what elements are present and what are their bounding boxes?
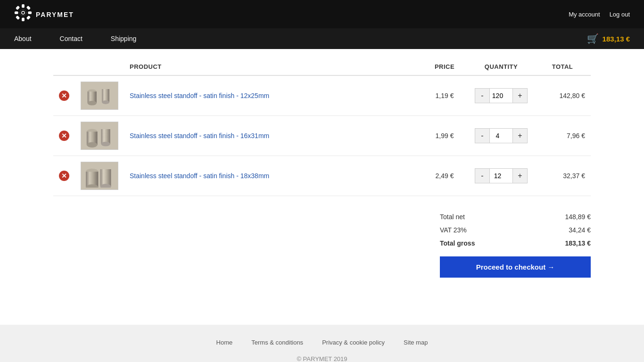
- remove-cell: ✕: [53, 156, 75, 196]
- total-cell-3: 32,37 €: [534, 156, 591, 196]
- product-link-2[interactable]: Stainless steel standoff - satin finish …: [130, 132, 269, 140]
- remove-icon: ✕: [59, 131, 69, 141]
- col-header-price: PRICE: [421, 58, 468, 75]
- quantity-control-3: - +: [475, 168, 528, 183]
- qty-minus-2[interactable]: -: [475, 129, 489, 143]
- quantity-cell-2: - +: [468, 116, 534, 156]
- nav-links: About Contact Shipping: [14, 29, 136, 48]
- svg-rect-5: [28, 11, 32, 14]
- qty-input-3[interactable]: [489, 169, 513, 183]
- remove-button-2[interactable]: ✕: [59, 131, 69, 141]
- total-cell-1: 142,80 €: [534, 75, 591, 116]
- qty-minus-1[interactable]: -: [475, 89, 489, 103]
- summary-total-gross-row: Total gross 183,13 €: [440, 237, 591, 250]
- svg-rect-3: [22, 17, 25, 21]
- total-cell-2: 7,96 €: [534, 116, 591, 156]
- my-account-link[interactable]: My account: [569, 11, 600, 18]
- main-content: PRODUCT PRICE QUANTITY TOTAL ✕: [39, 49, 605, 287]
- svg-rect-8: [16, 15, 20, 19]
- price-cell-1: 1,19 €: [421, 75, 468, 116]
- table-row: ✕: [53, 156, 591, 196]
- qty-minus-3[interactable]: -: [475, 169, 489, 183]
- logo-name: PARYMET: [36, 11, 74, 18]
- total-net-label: Total net: [440, 213, 465, 221]
- header-user-links: My account Log out: [569, 11, 630, 18]
- svg-point-18: [102, 100, 109, 104]
- price-cell-2: 1,99 €: [421, 116, 468, 156]
- svg-point-24: [101, 142, 110, 147]
- summary-section: Total net 148,89 € VAT 23% 34,24 € Total…: [53, 210, 591, 278]
- cart-total: 183,13 €: [603, 35, 630, 43]
- quantity-control-1: - +: [475, 88, 528, 103]
- svg-rect-4: [15, 11, 18, 14]
- cart-table: PRODUCT PRICE QUANTITY TOTAL ✕: [53, 58, 591, 196]
- footer-home[interactable]: Home: [216, 339, 233, 346]
- svg-point-12: [22, 11, 25, 14]
- svg-rect-9: [26, 15, 31, 19]
- col-header-remove: [53, 58, 75, 75]
- nav-about[interactable]: About: [14, 29, 32, 48]
- nav-contact[interactable]: Contact: [60, 29, 83, 48]
- svg-rect-7: [26, 5, 31, 9]
- price-cell-3: 2,49 €: [421, 156, 468, 196]
- nav-shipping[interactable]: Shipping: [111, 29, 137, 48]
- col-header-img: [75, 58, 124, 75]
- total-gross-label: Total gross: [440, 239, 475, 247]
- remove-button-1[interactable]: ✕: [59, 90, 69, 101]
- svg-rect-6: [16, 5, 20, 9]
- summary-vat-row: VAT 23% 34,24 €: [440, 223, 591, 237]
- svg-rect-2: [22, 4, 25, 8]
- col-header-quantity: QUANTITY: [468, 58, 534, 75]
- product-link-3[interactable]: Stainless steel standoff - satin finish …: [130, 172, 269, 180]
- qty-input-1[interactable]: [489, 89, 513, 103]
- footer-terms[interactable]: Terms & conditions: [251, 339, 303, 346]
- remove-cell: ✕: [53, 75, 75, 116]
- checkout-button[interactable]: Proceed to checkout →: [440, 256, 591, 278]
- header-nav: About Contact Shipping 🛒 183,13 €: [0, 28, 644, 49]
- quantity-cell-3: - +: [468, 156, 534, 196]
- product-image: [81, 122, 118, 150]
- quantity-control-2: - +: [475, 128, 528, 143]
- svg-point-15: [88, 101, 97, 106]
- summary-total-net-row: Total net 148,89 €: [440, 210, 591, 223]
- summary-box: Total net 148,89 € VAT 23% 34,24 € Total…: [440, 210, 591, 278]
- remove-icon: ✕: [59, 90, 69, 101]
- cart-table-header: PRODUCT PRICE QUANTITY TOTAL: [53, 58, 591, 75]
- col-header-product: PRODUCT: [124, 58, 421, 75]
- footer-copyright: © PARYMET 2019: [0, 355, 644, 362]
- footer-sitemap[interactable]: Site map: [404, 339, 428, 346]
- total-net-value: 148,89 €: [565, 213, 591, 221]
- footer-links: Home Terms & conditions Privacy & cookie…: [0, 339, 644, 346]
- product-image-cell: [75, 156, 124, 196]
- qty-plus-1[interactable]: +: [513, 89, 527, 103]
- footer-privacy[interactable]: Privacy & cookie policy: [322, 339, 385, 346]
- product-name-cell: Stainless steel standoff - satin finish …: [124, 116, 421, 156]
- product-image-cell: [75, 116, 124, 156]
- qty-input-2[interactable]: [489, 129, 513, 143]
- quantity-cell-1: - +: [468, 75, 534, 116]
- logo-area: PARYMET: [14, 4, 74, 25]
- remove-button-3[interactable]: ✕: [59, 171, 69, 181]
- vat-value: 34,24 €: [569, 226, 591, 234]
- total-gross-value: 183,13 €: [565, 239, 591, 247]
- product-link-1[interactable]: Stainless steel standoff - satin finish …: [130, 92, 269, 99]
- product-image: [81, 162, 118, 190]
- table-row: ✕: [53, 75, 591, 116]
- cart-icon: 🛒: [587, 33, 599, 44]
- qty-plus-3[interactable]: +: [513, 169, 527, 183]
- table-row: ✕: [53, 116, 591, 156]
- col-header-total: TOTAL: [534, 58, 591, 75]
- product-name-cell: Stainless steel standoff - satin finish …: [124, 75, 421, 116]
- svg-point-21: [87, 142, 98, 148]
- remove-cell: ✕: [53, 116, 75, 156]
- logo-gear-icon: [14, 4, 32, 25]
- product-image: [81, 82, 118, 110]
- vat-label: VAT 23%: [440, 226, 467, 234]
- remove-icon: ✕: [59, 171, 69, 181]
- footer: Home Terms & conditions Privacy & cookie…: [0, 325, 644, 362]
- qty-plus-2[interactable]: +: [513, 129, 527, 143]
- header-top: PARYMET My account Log out: [0, 0, 644, 28]
- product-name-cell: Stainless steel standoff - satin finish …: [124, 156, 421, 196]
- cart-area[interactable]: 🛒 183,13 €: [587, 33, 630, 44]
- logout-link[interactable]: Log out: [610, 11, 630, 18]
